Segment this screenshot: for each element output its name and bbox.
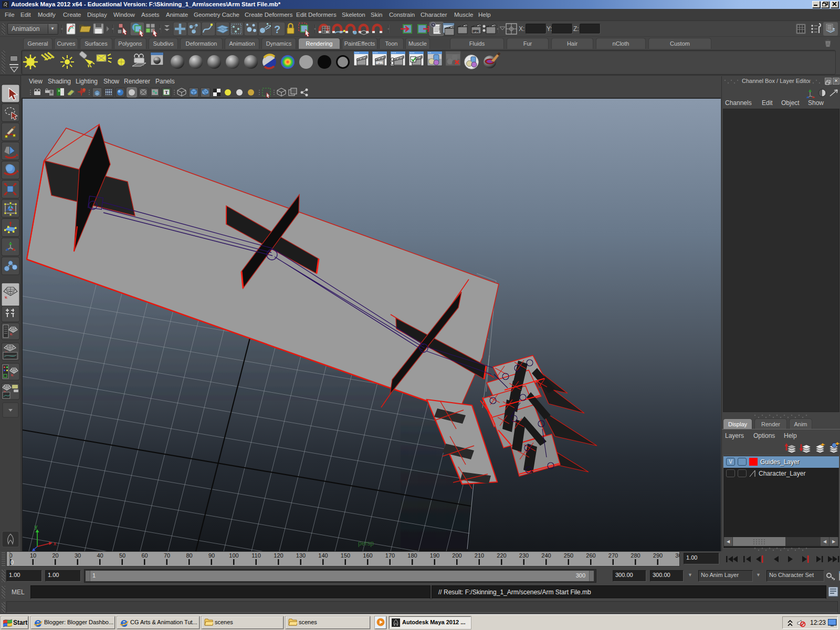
- svg-text:290: 290: [653, 552, 663, 559]
- svg-text:230: 230: [519, 552, 529, 559]
- svg-text:150: 150: [341, 552, 350, 559]
- svg-text:20: 20: [52, 552, 58, 559]
- svg-text:140: 140: [318, 552, 328, 559]
- svg-text:130: 130: [296, 552, 306, 559]
- svg-text:300: 300: [675, 552, 679, 559]
- svg-text:240: 240: [541, 552, 551, 559]
- svg-text:250: 250: [564, 552, 573, 559]
- svg-text:110: 110: [251, 552, 261, 559]
- svg-text:280: 280: [631, 552, 640, 559]
- svg-text:10: 10: [30, 552, 36, 559]
- svg-text:100: 100: [229, 552, 238, 559]
- svg-text:y: y: [35, 524, 37, 530]
- svg-text:?: ?: [274, 24, 280, 35]
- svg-text:Z:: Z:: [573, 25, 579, 33]
- svg-text:0: 0: [10, 559, 14, 565]
- svg-text:210: 210: [475, 552, 484, 559]
- svg-text:60: 60: [141, 552, 148, 559]
- svg-text:180: 180: [407, 552, 417, 559]
- svg-text:220: 220: [497, 552, 506, 559]
- svg-text:IPR: IPR: [376, 60, 383, 65]
- svg-text:70: 70: [164, 552, 170, 559]
- svg-text:50: 50: [119, 552, 125, 559]
- svg-text:190: 190: [430, 552, 439, 559]
- svg-text:IPR: IPR: [472, 29, 479, 34]
- svg-text:270: 270: [608, 552, 618, 559]
- svg-text:90: 90: [208, 552, 215, 559]
- svg-text:x: x: [54, 541, 56, 547]
- svg-text:260: 260: [586, 552, 595, 559]
- svg-text:30: 30: [75, 552, 81, 559]
- svg-text:40: 40: [97, 552, 103, 559]
- svg-text:120: 120: [274, 552, 283, 559]
- svg-text:T: T: [165, 90, 168, 95]
- svg-text:200: 200: [452, 552, 461, 559]
- svg-text:170: 170: [385, 552, 395, 559]
- svg-text:160: 160: [363, 552, 372, 559]
- svg-text:80: 80: [186, 552, 192, 559]
- svg-text:X:: X:: [519, 25, 524, 33]
- svg-text:persp: persp: [358, 540, 374, 547]
